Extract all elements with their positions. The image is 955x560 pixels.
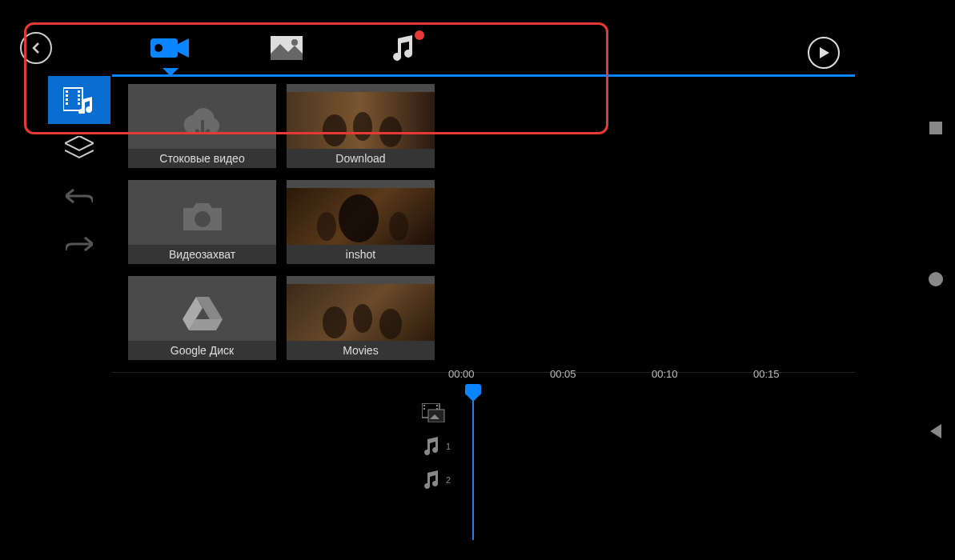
- video-thumbnail-icon: [287, 188, 435, 245]
- google-drive-icon: [183, 295, 223, 330]
- svg-rect-30: [929, 122, 942, 134]
- media-library-button[interactable]: [48, 76, 110, 124]
- svg-rect-11: [78, 98, 80, 101]
- undo-button[interactable]: [48, 172, 110, 220]
- timeline[interactable]: 00:00 00:05 00:10 00:15 1 2: [112, 368, 855, 544]
- svg-point-31: [929, 272, 943, 286]
- svg-point-3: [291, 39, 298, 46]
- music-note-icon: [422, 470, 441, 490]
- track-number: 1: [446, 442, 451, 451]
- music-note-icon: [390, 35, 415, 61]
- notification-dot-icon: [415, 30, 424, 40]
- svg-rect-25: [423, 405, 425, 406]
- svg-rect-26: [423, 408, 425, 410]
- svg-point-19: [317, 212, 336, 241]
- svg-rect-10: [78, 94, 80, 97]
- svg-point-15: [353, 112, 372, 141]
- svg-rect-8: [66, 102, 68, 105]
- toolbar-underline: [112, 74, 855, 77]
- time-mark: 00:15: [753, 368, 855, 392]
- folder-label: Google Диск: [128, 341, 276, 360]
- track-number: 2: [446, 475, 451, 485]
- image-icon: [271, 36, 303, 60]
- svg-point-1: [154, 44, 163, 52]
- play-button[interactable]: [808, 37, 840, 69]
- media-type-toolbar: [112, 24, 855, 72]
- timeline-tracks: 1 2: [422, 396, 451, 497]
- circle-icon: [928, 271, 944, 287]
- video-thumbnail-icon: [287, 284, 435, 341]
- video-camera-icon: [150, 35, 191, 61]
- app-frame: Стоковые видео Download Видеозахват insh…: [24, 0, 931, 560]
- music-note-icon: [422, 437, 441, 456]
- redo-icon: [66, 236, 93, 252]
- svg-rect-6: [66, 94, 68, 97]
- image-tab[interactable]: [228, 24, 344, 72]
- folder-label: Стоковые видео: [128, 149, 276, 168]
- folder-label: Movies: [287, 341, 435, 360]
- chevron-left-icon: [30, 42, 42, 54]
- layers-icon: [65, 136, 94, 160]
- folder-stock-video[interactable]: Стоковые видео: [128, 84, 276, 168]
- redo-button[interactable]: [48, 220, 110, 268]
- nav-recent-button[interactable]: [929, 121, 943, 135]
- system-navigation: [928, 0, 944, 560]
- video-thumbnail-icon: [287, 92, 435, 149]
- folder-inshot[interactable]: inshot: [287, 180, 435, 264]
- folder-movies[interactable]: Movies: [287, 276, 435, 360]
- playhead[interactable]: [472, 384, 474, 540]
- folder-grid: Стоковые видео Download Видеозахват insh…: [128, 84, 435, 360]
- time-mark: 00:10: [652, 368, 753, 392]
- folder-videocapture[interactable]: Видеозахват: [128, 180, 276, 264]
- svg-point-17: [195, 211, 211, 227]
- camera-icon: [179, 198, 227, 234]
- folder-google-drive[interactable]: Google Диск: [128, 276, 276, 360]
- back-button[interactable]: [20, 32, 52, 64]
- undo-icon: [66, 188, 93, 204]
- folder-label: Download: [287, 149, 435, 168]
- svg-point-22: [353, 304, 372, 333]
- triangle-left-icon: [929, 423, 943, 439]
- left-sidebar: [48, 76, 110, 268]
- folder-download[interactable]: Download: [287, 84, 435, 168]
- folder-label: inshot: [287, 245, 435, 264]
- square-icon: [929, 121, 943, 135]
- svg-rect-9: [78, 90, 80, 93]
- time-mark: 00:00: [448, 368, 550, 392]
- folder-label: Видеозахват: [128, 245, 276, 264]
- svg-rect-5: [66, 90, 68, 93]
- nav-home-button[interactable]: [928, 271, 944, 287]
- video-track[interactable]: [422, 396, 451, 430]
- audio-track-1[interactable]: 1: [422, 430, 451, 463]
- svg-rect-7: [66, 98, 68, 101]
- svg-point-21: [323, 306, 347, 338]
- music-tab[interactable]: [344, 24, 460, 72]
- svg-point-23: [379, 309, 402, 339]
- svg-point-18: [339, 194, 379, 242]
- cloud-download-icon: [179, 102, 227, 138]
- time-mark: 00:05: [550, 368, 652, 392]
- svg-rect-12: [78, 102, 80, 105]
- video-track-icon: [422, 403, 446, 422]
- layers-button[interactable]: [48, 124, 110, 172]
- svg-point-14: [323, 114, 347, 146]
- video-tab[interactable]: [112, 24, 228, 72]
- nav-back-button[interactable]: [929, 423, 943, 439]
- media-library-icon: [63, 86, 95, 114]
- play-icon: [817, 46, 830, 59]
- svg-point-16: [379, 117, 402, 147]
- timeline-ruler[interactable]: 00:00 00:05 00:10 00:15: [448, 368, 855, 392]
- svg-point-20: [389, 212, 408, 241]
- svg-rect-27: [436, 405, 438, 406]
- audio-track-2[interactable]: 2: [422, 463, 451, 497]
